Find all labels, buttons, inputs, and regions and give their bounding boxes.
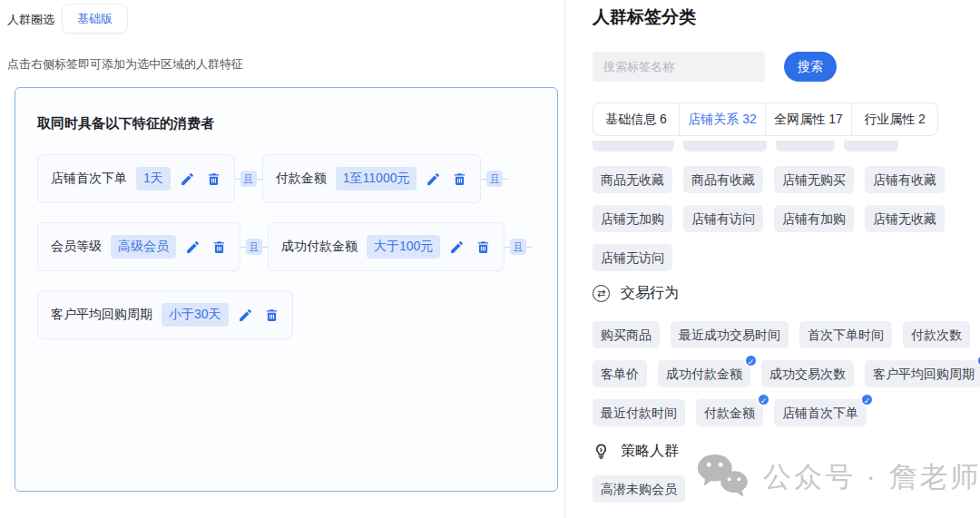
edit-icon[interactable] — [449, 239, 465, 255]
and-connector: 且 — [505, 239, 532, 255]
box-heading: 取同时具备以下特征的消费者 — [37, 115, 535, 132]
tag-chip[interactable]: 成功交易次数 — [761, 360, 854, 387]
search-bar: 搜索 — [593, 52, 837, 82]
tag-chip[interactable]: 店铺无加购 — [593, 205, 672, 232]
tag-chip[interactable]: 店铺首次下单✓ — [774, 399, 867, 426]
tag-chip[interactable]: 成功付款金额✓ — [658, 360, 750, 387]
wechat-icon — [694, 452, 750, 503]
feature-card: 客户平均回购周期小于30天 — [37, 290, 293, 339]
edit-icon[interactable] — [180, 171, 195, 187]
feature-value: 高级会员 — [111, 235, 176, 259]
tag-chip[interactable]: 商品无收藏 — [593, 166, 672, 193]
feature-card: 成功付款金额大于100元 — [268, 222, 505, 271]
delete-icon[interactable] — [475, 239, 491, 255]
feature-row: 会员等级高级会员且成功付款金额大于100元且 — [37, 222, 535, 271]
feature-card: 店铺首次下单1天 — [37, 154, 235, 203]
check-badge-icon: ✓ — [860, 393, 874, 406]
tag-row: 高潜未购会员 — [593, 475, 685, 503]
tag-chip[interactable]: 付款次数 — [903, 321, 970, 348]
feature-label: 客户平均回购周期 — [51, 307, 152, 323]
feature-value: 小于30天 — [162, 303, 229, 327]
tag-category-tabs: 基础信息 6店铺关系 32全网属性 17行业属性 2 — [593, 103, 938, 136]
tag-chip[interactable]: 最近付款时间 — [593, 399, 685, 426]
and-label: 且 — [486, 171, 503, 187]
tag-chip[interactable]: 店铺有访问 — [683, 205, 763, 232]
delete-icon[interactable] — [211, 239, 227, 255]
tag-row: 购买商品最近成功交易时间首次下单时间付款次数 — [593, 321, 970, 348]
and-connector: 且 — [235, 171, 262, 187]
tag-chip[interactable]: 店铺无收藏 — [865, 205, 945, 232]
feature-label: 成功付款金额 — [281, 239, 358, 255]
check-badge-icon: ✓ — [744, 354, 758, 367]
tag-chip[interactable]: 高潜未购会员 — [593, 475, 685, 503]
exchange-icon: ⇄ — [593, 285, 610, 302]
section-title: 策略人群 — [621, 442, 679, 461]
check-badge-icon: ✓ — [976, 354, 980, 367]
feature-label: 店铺首次下单 — [51, 171, 127, 187]
clipped-tag-chip — [593, 141, 674, 151]
and-label: 且 — [240, 171, 257, 187]
instruction-text: 点击右侧标签即可添加为选中区域的人群特征 — [7, 56, 243, 73]
feature-value: 1至11000元 — [336, 167, 417, 191]
delete-icon[interactable] — [452, 171, 467, 187]
tag-chip[interactable]: 最近成功交易时间 — [671, 321, 789, 348]
edit-icon[interactable] — [185, 239, 201, 255]
section-transaction-behavior: ⇄ 交易行为 — [593, 284, 679, 303]
and-connector: 且 — [481, 171, 508, 187]
feature-row: 店铺首次下单1天且付款金额1至11000元且 — [37, 154, 535, 203]
audience-selection-panel: 人群圈选 基础版 点击右侧标签即可添加为选中区域的人群特征 取同时具备以下特征的… — [0, 0, 564, 518]
selected-features-box: 取同时具备以下特征的消费者 店铺首次下单1天且付款金额1至11000元且 会员等… — [15, 87, 558, 492]
feature-card: 付款金额1至11000元 — [262, 154, 482, 203]
page-title: 人群圈选 — [7, 12, 54, 28]
clipped-tag-chip — [776, 141, 835, 151]
feature-label: 付款金额 — [276, 171, 327, 187]
feature-row: 客户平均回购周期小于30天 — [37, 290, 535, 339]
feature-value: 大于100元 — [367, 235, 440, 259]
clipped-tag-chip — [683, 141, 767, 151]
search-input[interactable] — [593, 52, 765, 82]
and-connector: 且 — [240, 239, 268, 255]
and-label: 且 — [510, 239, 526, 255]
tab-active[interactable]: 店铺关系 32 — [679, 103, 765, 135]
section-title: 交易行为 — [621, 284, 679, 303]
tag-chip[interactable]: 店铺有收藏 — [865, 166, 945, 193]
clipped-chip-row — [593, 141, 956, 152]
check-badge-icon: ✓ — [757, 393, 770, 406]
tab-item[interactable]: 全网属性 17 — [765, 103, 851, 135]
tag-row: 店铺无访问 — [593, 244, 672, 271]
tag-row: 店铺无加购店铺有访问店铺有加购店铺无收藏 — [593, 205, 945, 232]
watermark-text: 公众号 · 詹老师 — [763, 458, 980, 496]
delete-icon[interactable] — [206, 171, 221, 187]
tag-row: 最近付款时间付款金额✓店铺首次下单✓ — [593, 399, 867, 426]
edit-icon[interactable] — [426, 171, 441, 187]
search-button[interactable]: 搜索 — [784, 52, 837, 82]
section-strategy-audience: 策略人群 — [593, 442, 679, 461]
and-label: 且 — [246, 239, 262, 255]
tag-chip[interactable]: 商品有收藏 — [683, 166, 763, 193]
tab-item[interactable]: 行业属性 2 — [851, 103, 937, 135]
tag-chip[interactable]: 付款金额✓ — [696, 399, 763, 426]
tag-chip[interactable]: 店铺无访问 — [593, 244, 672, 271]
panel-title: 人群标签分类 — [593, 5, 696, 29]
tag-chip[interactable]: 客户平均回购周期✓ — [865, 360, 980, 387]
basic-version-button[interactable]: 基础版 — [62, 4, 128, 34]
tag-row: 商品无收藏商品有收藏店铺无购买店铺有收藏 — [593, 166, 945, 193]
clipped-tag-chip — [844, 141, 898, 151]
edit-icon[interactable] — [238, 308, 253, 323]
tag-row: 客单价成功付款金额✓成功交易次数客户平均回购周期✓ — [593, 360, 980, 387]
tag-chip[interactable]: 店铺有加购 — [774, 205, 854, 232]
tag-chip[interactable]: 店铺无购买 — [774, 166, 854, 193]
watermark: 公众号 · 詹老师 — [694, 452, 980, 503]
delete-icon[interactable] — [264, 308, 279, 323]
feature-value: 1天 — [136, 167, 171, 191]
tag-chip[interactable]: 首次下单时间 — [799, 321, 892, 348]
tag-chip[interactable]: 客单价 — [593, 360, 647, 387]
tag-category-panel: 人群标签分类 搜索 基础信息 6店铺关系 32全网属性 17行业属性 2 商品无… — [565, 0, 980, 518]
feature-label: 会员等级 — [51, 239, 102, 255]
tab-item[interactable]: 基础信息 6 — [593, 103, 679, 135]
feature-card: 会员等级高级会员 — [37, 222, 240, 271]
tag-chip[interactable]: 购买商品 — [593, 321, 660, 348]
lightbulb-icon — [593, 443, 610, 460]
